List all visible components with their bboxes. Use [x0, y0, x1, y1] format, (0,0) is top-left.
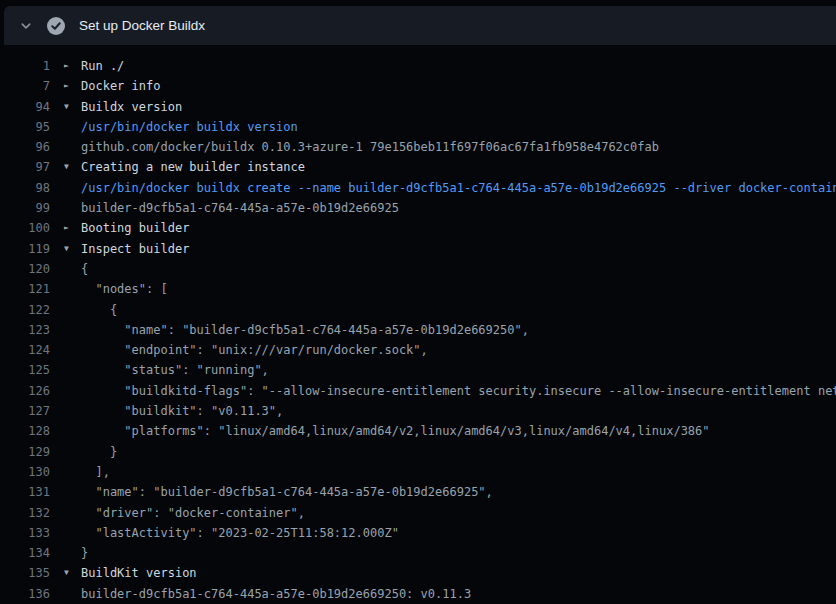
chevron-down-icon[interactable] — [18, 18, 34, 34]
line-number[interactable]: 94 — [0, 97, 50, 117]
line-number[interactable]: 97 — [0, 157, 50, 177]
output-text: { — [81, 259, 836, 279]
line-number[interactable]: 1 — [0, 56, 50, 76]
expand-triangle-icon[interactable]: ► — [50, 56, 81, 76]
log-line: 123 "name": "builder-d9cfb5a1-c764-445a-… — [0, 320, 836, 340]
step-header[interactable]: Set up Docker Buildx — [4, 6, 836, 45]
group-title: Buildx version — [81, 97, 836, 117]
log-line: 98/usr/bin/docker buildx create --name b… — [0, 178, 836, 198]
output-text: "platforms": "linux/amd64,linux/amd64/v2… — [81, 421, 836, 441]
group-title: Docker info — [81, 76, 836, 96]
output-text: "nodes": [ — [81, 279, 836, 299]
output-text: github.com/docker/buildx 0.10.3+azure-1 … — [81, 137, 836, 157]
line-number[interactable]: 129 — [0, 442, 50, 462]
output-text: "buildkitd-flags": "--allow-insecure-ent… — [81, 381, 836, 401]
output-text: } — [81, 442, 836, 462]
log-line: 127 "buildkit": "v0.11.3", — [0, 401, 836, 421]
output-text: "endpoint": "unix:///var/run/docker.sock… — [81, 340, 836, 360]
log-line: 121 "nodes": [ — [0, 279, 836, 299]
output-text: builder-d9cfb5a1-c764-445a-a57e-0b19d2e6… — [81, 584, 836, 604]
collapse-triangle-icon[interactable]: ▼ — [50, 239, 81, 259]
log-line: 130 ], — [0, 462, 836, 482]
line-number[interactable]: 95 — [0, 117, 50, 137]
log-group-header[interactable]: 97▼Creating a new builder instance — [0, 157, 836, 177]
output-text: ], — [81, 462, 836, 482]
log-line: 99builder-d9cfb5a1-c764-445a-a57e-0b19d2… — [0, 198, 836, 218]
log-line: 133 "lastActivity": "2023-02-25T11:58:12… — [0, 523, 836, 543]
line-number[interactable]: 119 — [0, 239, 50, 259]
log-line: 126 "buildkitd-flags": "--allow-insecure… — [0, 381, 836, 401]
log-line: 129 } — [0, 442, 836, 462]
expand-triangle-icon[interactable]: ► — [50, 218, 81, 238]
output-text: { — [81, 300, 836, 320]
log-line: 124 "endpoint": "unix:///var/run/docker.… — [0, 340, 836, 360]
expand-triangle-icon[interactable]: ► — [50, 76, 81, 96]
log-line: 120{ — [0, 259, 836, 279]
line-number[interactable]: 132 — [0, 503, 50, 523]
line-number[interactable]: 122 — [0, 300, 50, 320]
command-text: /usr/bin/docker buildx create --name bui… — [81, 178, 836, 198]
group-title: Booting builder — [81, 218, 836, 238]
actions-log-viewer: Set up Docker Buildx 1►Run ./7►Docker in… — [0, 0, 836, 604]
line-number[interactable]: 128 — [0, 421, 50, 441]
command-text: /usr/bin/docker buildx version — [81, 117, 836, 137]
log-line: 134} — [0, 543, 836, 563]
output-text: "lastActivity": "2023-02-25T11:58:12.000… — [81, 523, 836, 543]
log-line: 131 "name": "builder-d9cfb5a1-c764-445a-… — [0, 482, 836, 502]
line-number[interactable]: 123 — [0, 320, 50, 340]
output-text: } — [81, 543, 836, 563]
line-number[interactable]: 99 — [0, 198, 50, 218]
line-number[interactable]: 136 — [0, 584, 50, 604]
group-title: Creating a new builder instance — [81, 157, 836, 177]
log-line: 122 { — [0, 300, 836, 320]
output-text: "driver": "docker-container", — [81, 503, 836, 523]
output-text: "name": "builder-d9cfb5a1-c764-445a-a57e… — [81, 482, 836, 502]
line-number[interactable]: 131 — [0, 482, 50, 502]
collapse-triangle-icon[interactable]: ▼ — [50, 97, 81, 117]
line-number[interactable]: 125 — [0, 360, 50, 380]
output-text: builder-d9cfb5a1-c764-445a-a57e-0b19d2e6… — [81, 198, 836, 218]
line-number[interactable]: 126 — [0, 381, 50, 401]
log-line: 136builder-d9cfb5a1-c764-445a-a57e-0b19d… — [0, 584, 836, 604]
log-line: 96github.com/docker/buildx 0.10.3+azure-… — [0, 137, 836, 157]
log-output: 1►Run ./7►Docker info94▼Buildx version95… — [0, 45, 836, 604]
line-number[interactable]: 133 — [0, 523, 50, 543]
step-title: Set up Docker Buildx — [79, 18, 205, 33]
log-group-header[interactable]: 119▼Inspect builder — [0, 239, 836, 259]
output-text: "status": "running", — [81, 360, 836, 380]
output-text: "name": "builder-d9cfb5a1-c764-445a-a57e… — [81, 320, 836, 340]
line-number[interactable]: 120 — [0, 259, 50, 279]
log-group-header[interactable]: 135▼BuildKit version — [0, 563, 836, 583]
log-group-header[interactable]: 94▼Buildx version — [0, 97, 836, 117]
line-number[interactable]: 124 — [0, 340, 50, 360]
log-group-header[interactable]: 100►Booting builder — [0, 218, 836, 238]
check-circle-icon — [47, 17, 65, 35]
log-line: 132 "driver": "docker-container", — [0, 503, 836, 523]
group-title: Run ./ — [81, 56, 836, 76]
log-line: 128 "platforms": "linux/amd64,linux/amd6… — [0, 421, 836, 441]
output-text: "buildkit": "v0.11.3", — [81, 401, 836, 421]
group-title: BuildKit version — [81, 563, 836, 583]
line-number[interactable]: 7 — [0, 76, 50, 96]
line-number[interactable]: 135 — [0, 563, 50, 583]
line-number[interactable]: 127 — [0, 401, 50, 421]
line-number[interactable]: 121 — [0, 279, 50, 299]
log-group-header[interactable]: 1►Run ./ — [0, 56, 836, 76]
group-title: Inspect builder — [81, 239, 836, 259]
line-number[interactable]: 100 — [0, 218, 50, 238]
line-number[interactable]: 130 — [0, 462, 50, 482]
line-number[interactable]: 96 — [0, 137, 50, 157]
collapse-triangle-icon[interactable]: ▼ — [50, 157, 81, 177]
collapse-triangle-icon[interactable]: ▼ — [50, 563, 81, 583]
line-number[interactable]: 134 — [0, 543, 50, 563]
line-number[interactable]: 98 — [0, 178, 50, 198]
log-line: 125 "status": "running", — [0, 360, 836, 380]
log-line: 95/usr/bin/docker buildx version — [0, 117, 836, 137]
log-group-header[interactable]: 7►Docker info — [0, 76, 836, 96]
